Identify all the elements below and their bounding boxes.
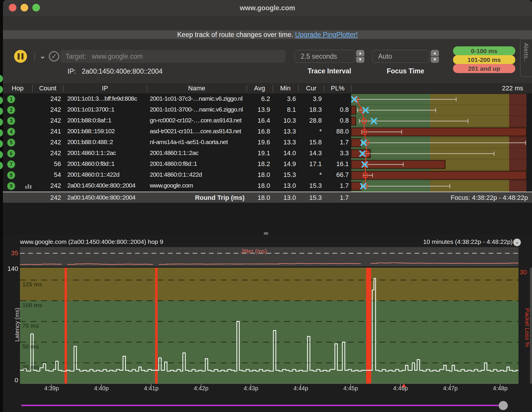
cell-pl: 0.8 (324, 106, 349, 114)
y-axis-min-tick: 0 (5, 376, 18, 384)
cell-pl: 0.8 (324, 117, 349, 124)
cell-min: 13.3 (272, 139, 296, 146)
time-scrollbar-handle[interactable] (499, 401, 508, 410)
ip-value: 2a00:1450:400e:800::2004 (82, 67, 163, 75)
cell-min: 13.0 (272, 182, 296, 190)
cell-min: 10.3 (272, 117, 296, 124)
mini-bar (25, 186, 27, 189)
rt-avg: 18.0 (247, 194, 270, 202)
latency-axis-label: Latency (ms) (14, 301, 21, 348)
cell-count: 241 (32, 128, 61, 135)
focus-time-stepper[interactable]: ▲ ▼ (431, 50, 439, 63)
cell-cur: * (298, 128, 322, 135)
x-axis-tick-label: 4:42p (189, 385, 213, 392)
rt-pl: 1.7 (324, 194, 349, 202)
background-hop-badge (0, 151, 3, 158)
target-input[interactable] (60, 50, 286, 63)
cell-ip: 2001:1c01:3700::1 (67, 106, 114, 113)
round-trip-row[interactable]: 242 2a00:1450:400e:800::2004 Round Trip … (3, 192, 532, 203)
hop-number-badge: 1 (7, 95, 15, 103)
alerts-tab-label: Alerts.. (523, 43, 530, 62)
hop-number-badge: 7 (7, 160, 15, 168)
jitter-max-tick: 35 (8, 249, 18, 257)
cell-min: 14.0 (272, 149, 296, 157)
plot-scrollbar-track[interactable] (530, 268, 532, 384)
banner-text: Keep track of route changes over time. (177, 31, 293, 38)
col-header-count[interactable]: Count (32, 85, 63, 92)
cell-cur: 3.9 (298, 95, 322, 103)
hop-table-header: Hop Count IP Name Avg Min Cur PL% 222 ms (3, 83, 532, 94)
rt-min: 13.0 (272, 194, 296, 202)
cell-min: 8.1 (272, 106, 296, 114)
ip-label: IP: (68, 67, 76, 75)
cell-pl: 66.7 (324, 171, 349, 179)
target-history-dropdown-icon[interactable]: ⌄ (38, 53, 47, 60)
cell-cur: 15.3 (298, 182, 322, 190)
cell-pl: 88.0 (324, 128, 349, 135)
pause-button[interactable] (14, 50, 27, 63)
cell-ip: 2001:1c01:3…bff:fe9d:808c (67, 95, 137, 102)
legend-pill: 0-100 ms (453, 46, 515, 55)
background-hop-badge (0, 162, 3, 169)
cell-min: 14.9 (272, 160, 296, 168)
cell-name: 2001:4860:0:f8d::1 (150, 160, 197, 167)
col-header-cur[interactable]: Cur (298, 85, 324, 92)
rt-count: 242 (32, 194, 61, 202)
rt-ip: 2a00:1450:400e:800::2004 (67, 194, 135, 201)
background-hop-badge (0, 118, 3, 126)
stepper-up-icon[interactable]: ▲ (356, 50, 364, 56)
cell-name: asd-tr0021-cr101….core.as9143.net (150, 128, 241, 135)
x-axis-tick-label: 4:45p (339, 385, 362, 392)
col-header-name[interactable]: Name (147, 85, 247, 92)
cell-pl: 1.7 (324, 139, 349, 146)
x-axis-tick-label: 4:44p (289, 385, 313, 392)
col-header-ip[interactable]: IP (63, 85, 147, 92)
col-header-hop[interactable]: Hop (3, 85, 32, 92)
cell-ip: 2001:4860:1:1::2ac (67, 149, 116, 156)
cell-avg: 6.2 (247, 95, 270, 103)
mini-bar (28, 184, 29, 189)
stepper-down-icon[interactable]: ▼ (356, 57, 364, 63)
col-header-scale: 222 ms (351, 85, 527, 92)
cell-min: 13.3 (272, 128, 296, 135)
cell-min: 15.3 (272, 171, 296, 179)
cell-avg: 18.0 (247, 182, 270, 190)
gridline-label: 50 ms (22, 343, 39, 350)
x-axis-tick-label: 4:41p (139, 385, 163, 392)
timeline-range-dropdown-icon[interactable]: ⌄ (513, 239, 521, 246)
cell-name: 2001:4860:1:1::2ac (150, 149, 198, 156)
cell-pl: 16.1 (324, 160, 349, 168)
legend-pill: 101-200 ms (453, 55, 515, 64)
cell-pl: 1.7 (324, 182, 349, 190)
cell-cur: 28.8 (298, 117, 322, 124)
cell-count: 242 (32, 149, 61, 157)
col-header-min[interactable]: Min (272, 85, 298, 92)
cell-avg: 16.8 (247, 128, 270, 135)
background-hop-badge (0, 97, 3, 104)
cell-count: 242 (32, 95, 61, 103)
col-header-pl[interactable]: PL% (324, 85, 351, 92)
time-scrollbar-track[interactable] (21, 405, 499, 406)
cell-ip: 2001:4860:0:f8d::1 (67, 160, 115, 167)
alerts-tab[interactable]: Alerts.. (520, 39, 532, 77)
col-header-avg[interactable]: Avg (247, 85, 272, 92)
trace-interval-select[interactable]: 2.5 seconds (294, 50, 355, 63)
stepper-up-icon[interactable]: ▲ (431, 50, 439, 56)
x-axis-tick-label: 4:40p (90, 385, 113, 392)
hop-number-badge: 3 (7, 117, 15, 125)
stepper-down-icon[interactable]: ▼ (431, 57, 439, 63)
hop-number-badge: 6 (7, 149, 15, 158)
focus-time-select[interactable]: Auto (372, 50, 430, 63)
jitter-strip (20, 247, 518, 266)
rt-label: Round Trip (ms) (147, 194, 245, 202)
cell-ip: 2001:b88:0:8af::1 (67, 117, 111, 124)
upgrade-link[interactable]: Upgrade PingPlotter! (295, 31, 358, 38)
trace-interval-stepper[interactable]: ▲ ▼ (356, 50, 364, 63)
resolved-ip: IP: 2a00:1450:400e:800::2004 (68, 67, 163, 75)
background-hop-badge (0, 86, 3, 93)
confirm-target-button[interactable]: ✓ (49, 51, 59, 62)
latency-timeline-plot[interactable] (20, 268, 518, 389)
cell-name: 2001-1c01-37c3-…namic.v6.ziggo.nl (150, 95, 243, 102)
pane-splitter-handle[interactable] (264, 232, 268, 235)
cell-name: www.google.com (150, 182, 193, 189)
